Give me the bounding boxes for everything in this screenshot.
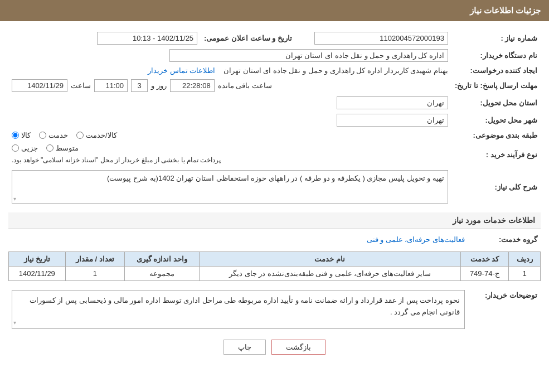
category-khidmat-radio[interactable] xyxy=(39,132,46,139)
purchase-mutavasit[interactable]: متوسط xyxy=(46,144,79,152)
purchase-jozi-label: جزیی xyxy=(21,144,38,152)
service-group-link[interactable]: فعالیت‌های حرفه‌ای، علمی و فنی xyxy=(367,235,465,244)
deadline-days-box: 3 xyxy=(131,79,148,92)
deadline-time-box: 11:00 xyxy=(94,79,128,92)
action-buttons: بازگشت چاپ xyxy=(8,340,541,355)
category-kala-khidmat-radio[interactable] xyxy=(76,132,84,139)
deadline-date-box: 1402/11/29 xyxy=(12,79,67,92)
buyer-desc-label: توضیحات خریدار: xyxy=(468,288,541,331)
category-kala-radio[interactable] xyxy=(12,132,19,139)
need-desc-value: تهیه و تحویل پلیس مجازی ( یکطرفه و دو طر… xyxy=(8,168,451,206)
need-number-value: 1102004572000193 xyxy=(295,30,451,47)
purchase-type-label: نوع فرآیند خرید : xyxy=(451,142,541,168)
purchase-mutavasit-label: متوسط xyxy=(56,144,79,152)
buyer-desc-box: نحوه پرداخت پس از عقد قرارداد و ارائه ضم… xyxy=(12,290,465,329)
category-kala-label: کالا xyxy=(21,131,31,139)
announcement-value: 1402/11/25 - 10:13 xyxy=(8,30,201,47)
row-date: 1402/11/29 xyxy=(9,267,66,281)
city-value: تهران xyxy=(8,112,451,129)
category-options: کالا/خدمت خدمت کالا xyxy=(8,129,451,142)
buyer-desc-section: توضیحات خریدار: نحوه پرداخت پس از عقد قر… xyxy=(8,288,541,331)
buyer-org-box: اداره کل راهداری و حمل و نقل جاده ای است… xyxy=(169,49,448,62)
need-desc-box: تهیه و تحویل پلیس مجازی ( یکطرفه و دو طر… xyxy=(12,170,448,204)
province-value: تهران xyxy=(8,94,451,112)
purchase-jozi[interactable]: جزیی xyxy=(12,144,38,152)
col-date: تاریخ نیاز xyxy=(9,252,66,267)
category-khidmat[interactable]: خدمت xyxy=(39,131,68,139)
requester-name: بهنام شهیدی کاربردار اداره کل راهداری و … xyxy=(224,66,448,75)
deadline-remaining-label: ساعت باقی مانده xyxy=(218,81,272,90)
buyer-org-label: نام دستگاه خریدار: xyxy=(451,47,541,64)
purchase-mutavasit-radio[interactable] xyxy=(46,144,54,152)
province-box: تهران xyxy=(337,96,448,109)
city-box: تهران xyxy=(337,114,448,127)
purchase-jozi-radio[interactable] xyxy=(12,144,19,152)
service-group-info: گروه خدمت: فعالیت‌های حرفه‌ای، علمی و فن… xyxy=(8,233,541,246)
services-table: ردیف کد خدمت نام خدمت واحد اندازه گیری ت… xyxy=(8,251,541,281)
col-code: کد خدمت xyxy=(460,252,508,267)
need-desc-label: شرح کلی نیاز: xyxy=(451,168,541,206)
back-button[interactable]: بازگشت xyxy=(271,340,325,355)
requester-label: ایجاد کننده درخواست: xyxy=(451,64,541,77)
need-desc-text: تهیه و تحویل پلیس مجازی ( یکطرفه و دو طر… xyxy=(107,174,444,182)
col-name: نام خدمت xyxy=(199,252,460,267)
service-group-value: فعالیت‌های حرفه‌ای، علمی و فنی xyxy=(8,233,468,246)
deadline-row: ساعت باقی مانده 22:28:08 روز و 3 11:00 س… xyxy=(8,77,451,94)
page-title: جزئیات اطلاعات نیاز xyxy=(470,6,541,15)
col-unit: واحد اندازه گیری xyxy=(124,252,199,267)
need-number-label: شماره نیاز : xyxy=(451,30,541,47)
province-label: استان محل تحویل: xyxy=(451,94,541,112)
row-quantity: 1 xyxy=(65,267,124,281)
category-khidmat-label: خدمت xyxy=(48,131,68,139)
deadline-label: مهلت ارسال پاسخ: تا تاریخ: xyxy=(451,77,541,94)
buyer-desc-value: نحوه پرداخت پس از عقد قرارداد و ارائه ضم… xyxy=(8,288,468,331)
need-number-box: 1102004572000193 xyxy=(314,32,448,45)
deadline-days-label: روز و xyxy=(151,81,167,90)
page-header: جزئیات اطلاعات نیاز xyxy=(0,0,549,21)
buyer-desc-text: نحوه پرداخت پس از عقد قرارداد و ارائه ضم… xyxy=(30,296,460,316)
col-quantity: تعداد / مقدار xyxy=(65,252,124,267)
category-kala-khidmat[interactable]: کالا/خدمت xyxy=(76,131,117,139)
city-label: شهر محل تحویل: xyxy=(451,112,541,129)
row-code: ج-74-749 xyxy=(460,267,508,281)
col-row: ردیف xyxy=(509,252,541,267)
announcement-label: تاریخ و ساعت اعلان عمومی: xyxy=(201,30,295,47)
services-section-title: اطلاعات خدمات مورد نیاز xyxy=(8,212,541,229)
deadline-remaining-box: 22:28:08 xyxy=(170,79,215,92)
deadline-time-label: ساعت xyxy=(71,81,91,90)
category-kala[interactable]: کالا xyxy=(12,131,31,139)
category-label: طبقه بندی موضوعی: xyxy=(451,129,541,142)
row-unit: مجموعه xyxy=(124,267,199,281)
print-button[interactable]: چاپ xyxy=(224,340,266,355)
payment-note: پرداخت تمام یا بخشی از مبلغ خریدار از مح… xyxy=(12,154,221,166)
announcement-box: 1402/11/25 - 10:13 xyxy=(97,32,197,45)
table-row: 1 ج-74-749 سایر فعالیت‌های حرفه‌ای، علمی… xyxy=(9,267,541,281)
info-section: شماره نیاز : 1102004572000193 تاریخ و سا… xyxy=(8,30,541,206)
requester-value: بهنام شهیدی کاربردار اداره کل راهداری و … xyxy=(8,64,451,77)
row-name: سایر فعالیت‌های حرفه‌ای، علمی و فنی طبقه… xyxy=(199,267,460,281)
row-number: 1 xyxy=(509,267,541,281)
service-group-label: گروه خدمت: xyxy=(468,233,541,246)
purchase-type-options: متوسط جزیی پرداخت تمام یا بخشی از مبلغ خ… xyxy=(8,142,451,168)
category-kala-khidmat-label: کالا/خدمت xyxy=(86,131,117,139)
buyer-org-value: اداره کل راهداری و حمل و نقل جاده ای است… xyxy=(8,47,451,64)
requester-contact-link[interactable]: اطلاعات تماس خریدار xyxy=(148,66,215,75)
